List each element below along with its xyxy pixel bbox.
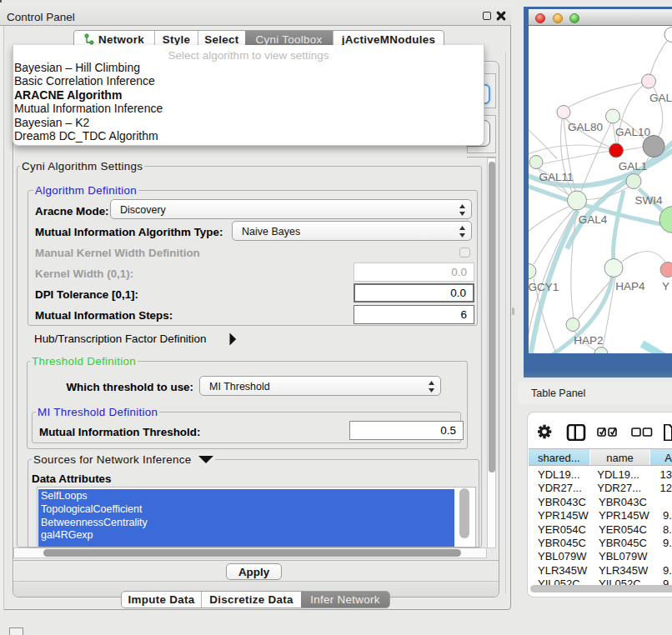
- svg-text:GAL4: GAL4: [579, 212, 608, 225]
- svg-text:HAP2: HAP2: [574, 333, 603, 346]
- svg-text:GAL2: GAL2: [649, 91, 672, 103]
- svg-text:GAL80: GAL80: [568, 120, 603, 132]
- svg-text:GCY1: GCY1: [529, 280, 559, 292]
- svg-text:SWI4: SWI4: [634, 193, 662, 206]
- svg-text:Y: Y: [662, 279, 669, 292]
- svg-text:GAL10: GAL10: [615, 125, 650, 138]
- svg-text:GAL1: GAL1: [619, 159, 648, 172]
- svg-text:HAP4: HAP4: [615, 279, 645, 292]
- svg-text:GAL11: GAL11: [539, 170, 573, 182]
